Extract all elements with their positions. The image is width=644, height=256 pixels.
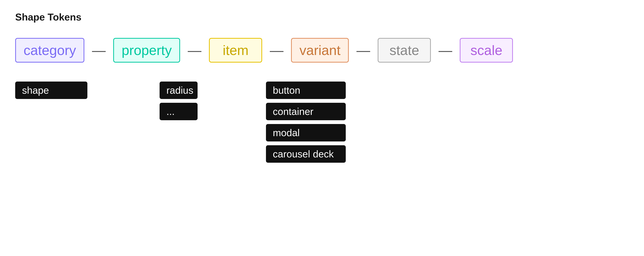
token-state: state xyxy=(378,38,431,63)
token-variant: variant xyxy=(291,38,349,63)
category-values: shape xyxy=(15,82,88,99)
separator-5: — xyxy=(438,43,452,57)
separator-3: — xyxy=(270,43,284,57)
value-carousel-deck: carousel deck xyxy=(266,145,346,163)
item-values: button container modal carousel deck xyxy=(198,82,346,163)
value-shape: shape xyxy=(15,82,88,99)
property-values: radius ... xyxy=(88,82,198,120)
token-property: property xyxy=(113,38,180,63)
separator-4: — xyxy=(356,43,370,57)
page-title: Shape Tokens xyxy=(15,11,629,23)
token-scale: scale xyxy=(460,38,513,63)
values-row: shape radius ... button container modal … xyxy=(15,82,629,163)
value-modal: modal xyxy=(266,124,346,141)
token-row: category — property — item — variant — s… xyxy=(15,38,629,63)
value-button: button xyxy=(266,82,346,99)
separator-2: — xyxy=(188,43,201,57)
separator-1: — xyxy=(92,43,106,57)
token-item: item xyxy=(209,38,262,63)
value-container: container xyxy=(266,103,346,120)
token-category: category xyxy=(15,38,84,63)
value-radius: radius xyxy=(160,82,198,99)
value-ellipsis: ... xyxy=(160,103,198,120)
